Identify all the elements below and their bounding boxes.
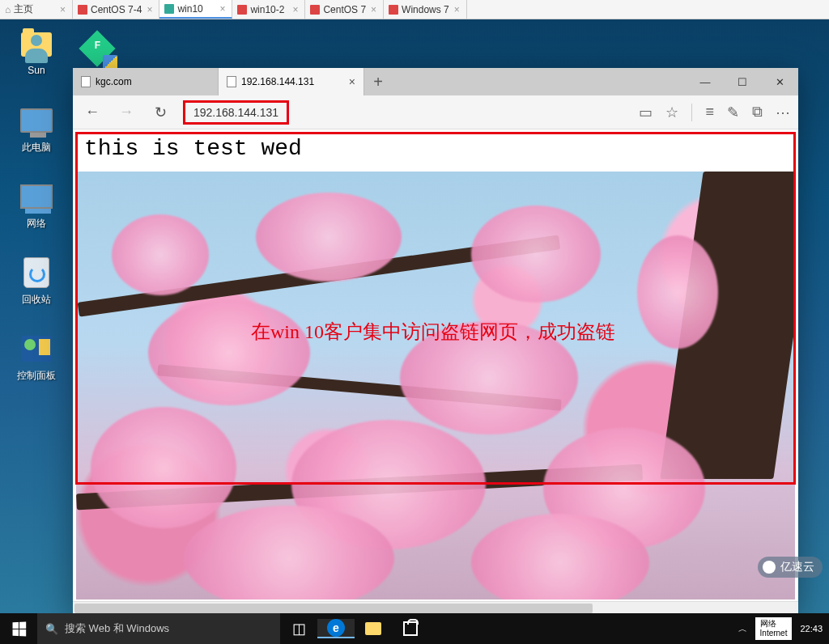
search-icon: 🔍 (45, 623, 58, 635)
tab-title: kgc.com (96, 76, 132, 87)
desktop-icon-recycle-bin[interactable]: 回收站 (8, 256, 65, 317)
page-icon (81, 76, 91, 87)
desktop: Sun 此电脑 网络 回收站 控制面板 kgc.com 192.1 (0, 19, 829, 613)
refresh-button[interactable]: ↻ (149, 101, 172, 124)
taskbar-explorer[interactable] (355, 622, 392, 635)
separator (691, 104, 692, 121)
vm-tab-win10-2[interactable]: win10-2 × (232, 0, 305, 19)
maximize-button[interactable]: ☐ (724, 68, 761, 95)
reading-view-icon[interactable]: ▭ (639, 104, 653, 121)
close-icon[interactable]: × (453, 4, 461, 15)
page-heading: this is test wed (73, 129, 798, 167)
browser-tab-ip[interactable]: 192.168.144.131 × (219, 68, 364, 95)
desktop-icon-network[interactable]: 网络 (8, 180, 65, 241)
home-icon: ⌂ (5, 4, 11, 15)
page-viewport: this is test wed 在win 10客户集中访问盗链 (73, 129, 798, 614)
close-icon[interactable]: × (291, 4, 300, 15)
vm-tab-centos7[interactable]: CentOS 7 × (305, 0, 384, 19)
vm-host-tab-bar: ⌂ 主页 × CentOS 7-4 × win10 × win10-2 × Ce… (0, 0, 829, 19)
vm-tab-label: CentOS 7 (323, 4, 366, 15)
new-tab-button[interactable]: + (364, 68, 392, 95)
task-icons: ◫ e (280, 613, 429, 644)
vm-icon (78, 5, 87, 15)
icon-label: 网络 (27, 217, 46, 231)
close-icon[interactable]: × (349, 75, 355, 88)
desktop-icon-this-pc[interactable]: 此电脑 (8, 104, 65, 165)
vm-tab-windows7[interactable]: Windows 7 × (384, 0, 467, 19)
vm-tab-label: win10 (177, 3, 202, 15)
vm-tab-label: win10-2 (250, 4, 284, 15)
address-input-highlight: 192.168.144.131 (183, 100, 289, 125)
close-icon[interactable]: × (369, 4, 378, 15)
close-icon[interactable]: × (58, 4, 67, 15)
tray-clock[interactable]: 22:43 (800, 624, 823, 633)
watermark: 亿速云 (758, 557, 823, 578)
toolbar-right: ▭ ☆ ≡ ✎ ⧉ ⋯ (639, 104, 790, 121)
taskbar-search[interactable]: 🔍 搜索 Web 和 Windows (37, 613, 280, 644)
search-placeholder: 搜索 Web 和 Windows (65, 621, 169, 636)
desktop-icon-column: Sun 此电脑 网络 回收站 控制面板 (8, 28, 65, 408)
windows-icon (12, 621, 26, 636)
browser-tab-bar: kgc.com 192.168.144.131 × + — ☐ ✕ (73, 68, 798, 95)
forward-button[interactable]: → (115, 101, 138, 124)
close-icon[interactable]: × (145, 4, 154, 15)
address-input[interactable]: 192.168.144.131 (193, 106, 278, 119)
icon-label: Sun (28, 65, 45, 76)
address-bar: ← → ↻ 192.168.144.131 ▭ ☆ ≡ ✎ ⧉ ⋯ (73, 95, 798, 129)
folder-icon (365, 622, 381, 635)
hotlinked-image (76, 172, 795, 600)
vm-tab-home[interactable]: ⌂ 主页 × (0, 0, 73, 19)
tray-network-status[interactable]: 网络 Internet (755, 617, 793, 640)
system-tray: ︿ 网络 Internet 22:43 (738, 613, 829, 644)
desktop-icon-control-panel[interactable]: 控制面板 (8, 332, 65, 393)
vm-icon (310, 5, 320, 15)
vm-tab-label: 主页 (14, 2, 33, 16)
hub-icon[interactable]: ≡ (705, 104, 714, 121)
browser-tab-kgc[interactable]: kgc.com (73, 68, 219, 95)
taskbar: 🔍 搜索 Web 和 Windows ◫ e ︿ 网络 Internet 22:… (0, 613, 829, 644)
tab-title: 192.168.144.131 (241, 76, 314, 87)
share-icon[interactable]: ⧉ (752, 104, 763, 121)
vm-icon (164, 4, 174, 14)
icon-label: 控制面板 (17, 369, 56, 383)
edge-icon: e (327, 619, 345, 637)
horizontal-scrollbar[interactable] (73, 601, 798, 614)
desktop-shortcut[interactable] (77, 29, 117, 70)
vm-tab-label: CentOS 7-4 (91, 4, 142, 15)
vm-tab-centos74[interactable]: CentOS 7-4 × (73, 0, 159, 19)
desktop-icon-user[interactable]: Sun (8, 28, 65, 89)
vm-tab-label: Windows 7 (402, 4, 449, 15)
annotation-text: 在win 10客户集中访问盗链网页，成功盗链 (251, 319, 615, 345)
tray-line1: 网络 (760, 619, 788, 629)
tray-chevron-icon[interactable]: ︿ (738, 623, 747, 635)
notes-icon[interactable]: ✎ (727, 104, 739, 121)
edge-browser-window: kgc.com 192.168.144.131 × + — ☐ ✕ ← → ↻ … (73, 68, 798, 614)
back-button[interactable]: ← (81, 101, 104, 124)
vm-tab-win10[interactable]: win10 × (159, 0, 232, 19)
taskbar-store[interactable] (392, 621, 429, 636)
favorite-icon[interactable]: ☆ (665, 104, 678, 121)
vm-icon (389, 5, 398, 15)
minimize-button[interactable]: — (687, 68, 724, 95)
more-icon[interactable]: ⋯ (776, 104, 790, 121)
close-icon[interactable]: × (218, 3, 227, 15)
vm-icon (237, 5, 247, 15)
tray-line2: Internet (760, 629, 788, 638)
taskbar-edge[interactable]: e (317, 619, 355, 638)
scrollbar-thumb[interactable] (74, 604, 593, 613)
icon-label: 此电脑 (22, 141, 51, 155)
close-button[interactable]: ✕ (761, 68, 798, 95)
start-button[interactable] (0, 613, 37, 644)
window-controls: — ☐ ✕ (687, 68, 798, 95)
store-icon (403, 621, 418, 636)
page-icon (227, 76, 236, 87)
icon-label: 回收站 (22, 293, 51, 307)
task-view-button[interactable]: ◫ (280, 620, 317, 638)
